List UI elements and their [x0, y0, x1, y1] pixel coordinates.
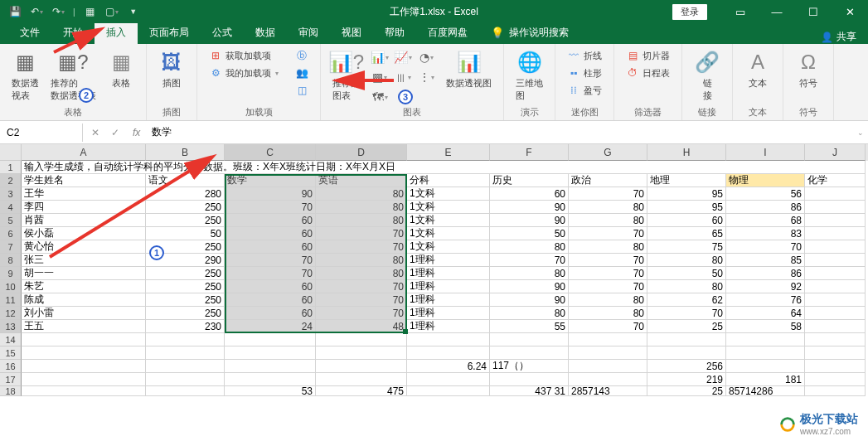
- redo-icon[interactable]: ↷▾: [50, 3, 66, 20]
- timeline-button[interactable]: ⏱日程表: [623, 65, 673, 81]
- cell[interactable]: 62: [647, 293, 726, 307]
- cell[interactable]: 70: [316, 307, 407, 320]
- cell[interactable]: 65: [647, 227, 726, 240]
- cell[interactable]: [805, 227, 866, 240]
- cell[interactable]: 85: [726, 254, 805, 267]
- row-header[interactable]: 3: [0, 187, 22, 201]
- cell[interactable]: 95: [647, 201, 726, 214]
- cell[interactable]: 50: [490, 227, 569, 240]
- tab-layout[interactable]: 页面布局: [138, 22, 201, 44]
- row-header[interactable]: 1: [0, 161, 22, 174]
- cell[interactable]: 90: [225, 187, 316, 201]
- cell[interactable]: 90: [490, 214, 569, 227]
- cell[interactable]: 25: [647, 320, 726, 333]
- line-chart-icon[interactable]: 📈▾: [391, 47, 415, 67]
- cell[interactable]: 1理科: [407, 267, 490, 280]
- cell[interactable]: 陈成: [22, 293, 146, 307]
- cell[interactable]: 80: [647, 254, 726, 267]
- fx-label-icon[interactable]: fx: [128, 127, 145, 138]
- cell[interactable]: 250: [146, 214, 225, 227]
- tab-view[interactable]: 视图: [330, 22, 373, 44]
- cell[interactable]: 语文: [146, 174, 225, 187]
- cell[interactable]: 80: [569, 201, 647, 214]
- tab-baidu[interactable]: 百度网盘: [416, 22, 479, 44]
- visio-button[interactable]: ◫: [292, 82, 312, 99]
- cell[interactable]: 物理: [726, 174, 805, 187]
- cell[interactable]: 70: [225, 201, 316, 214]
- cell[interactable]: 英语: [316, 174, 407, 187]
- col-header-J[interactable]: J: [805, 144, 866, 161]
- cell[interactable]: 24: [225, 320, 316, 333]
- tab-help[interactable]: 帮助: [373, 22, 416, 44]
- cell[interactable]: 黄心怡: [22, 240, 146, 254]
- stat-chart-icon[interactable]: ⫼▾: [391, 67, 415, 87]
- cell[interactable]: 70: [569, 227, 647, 240]
- ribbon-options-icon[interactable]: ▭: [722, 0, 759, 23]
- cell[interactable]: 56: [726, 187, 805, 201]
- cell[interactable]: 80: [490, 307, 569, 320]
- cell[interactable]: 张三: [22, 254, 146, 267]
- cell[interactable]: 250: [146, 280, 225, 293]
- cell[interactable]: 1理科: [407, 254, 490, 267]
- cell[interactable]: [805, 214, 866, 227]
- cell[interactable]: 学生姓名: [22, 174, 146, 187]
- col-header-A[interactable]: A: [22, 144, 146, 161]
- row-header[interactable]: 16: [0, 360, 22, 373]
- cell[interactable]: 80: [316, 214, 407, 227]
- cell[interactable]: 70: [316, 240, 407, 254]
- cell[interactable]: 1理科: [407, 320, 490, 333]
- cell[interactable]: 70: [225, 254, 316, 267]
- cell[interactable]: 1文科: [407, 187, 490, 201]
- cell[interactable]: 64: [726, 307, 805, 320]
- maximize-icon[interactable]: ☐: [795, 0, 832, 23]
- cell[interactable]: 80: [569, 293, 647, 307]
- cell[interactable]: 70: [569, 254, 647, 267]
- row-header[interactable]: 8: [0, 254, 22, 267]
- tab-review[interactable]: 审阅: [287, 22, 330, 44]
- cell[interactable]: [805, 187, 866, 201]
- sparkline-winloss-button[interactable]: ⁞⁞盈亏: [564, 82, 605, 99]
- cell[interactable]: 86: [726, 201, 805, 214]
- cell[interactable]: 92: [726, 280, 805, 293]
- expand-fx-icon[interactable]: ⌄: [853, 128, 868, 137]
- formula-input[interactable]: [145, 124, 853, 142]
- cell[interactable]: 55: [490, 320, 569, 333]
- cell[interactable]: 70: [225, 267, 316, 280]
- sparkline-line-button[interactable]: 〰折线: [564, 47, 605, 64]
- cell[interactable]: 280: [146, 187, 225, 201]
- cell[interactable]: 70: [490, 254, 569, 267]
- cell[interactable]: 60: [225, 280, 316, 293]
- col-header-F[interactable]: F: [490, 144, 569, 161]
- tab-formula[interactable]: 公式: [201, 22, 244, 44]
- row-header[interactable]: 13: [0, 320, 22, 333]
- cell[interactable]: 50: [647, 267, 726, 280]
- cell[interactable]: 分科: [407, 174, 490, 187]
- cell[interactable]: 肖茜: [22, 214, 146, 227]
- row-header[interactable]: 11: [0, 293, 22, 307]
- col-header-G[interactable]: G: [569, 144, 647, 161]
- cell[interactable]: 70: [569, 267, 647, 280]
- cell[interactable]: 60: [225, 240, 316, 254]
- login-button[interactable]: 登录: [672, 4, 707, 20]
- cell[interactable]: 70: [569, 280, 647, 293]
- cell[interactable]: 70: [316, 280, 407, 293]
- cell[interactable]: 86: [726, 267, 805, 280]
- cell[interactable]: 1文科: [407, 240, 490, 254]
- tab-insert[interactable]: 插入: [95, 22, 138, 44]
- cell[interactable]: 60: [490, 187, 569, 201]
- cell[interactable]: 刘小雷: [22, 307, 146, 320]
- cell[interactable]: 80: [316, 201, 407, 214]
- cell[interactable]: 80: [316, 254, 407, 267]
- row-header[interactable]: 9: [0, 267, 22, 280]
- my-addins-button[interactable]: ⚙我的加载项▾: [206, 65, 282, 81]
- cell[interactable]: 95: [647, 187, 726, 201]
- cell[interactable]: 50: [146, 227, 225, 240]
- cell[interactable]: 70: [647, 307, 726, 320]
- cell[interactable]: 侯小磊: [22, 227, 146, 240]
- row-header[interactable]: 7: [0, 240, 22, 254]
- cell[interactable]: 80: [647, 280, 726, 293]
- close-icon[interactable]: ✕: [832, 0, 868, 23]
- col-header-D[interactable]: D: [316, 144, 407, 161]
- cell[interactable]: 地理: [647, 174, 726, 187]
- tab-data[interactable]: 数据: [244, 22, 287, 44]
